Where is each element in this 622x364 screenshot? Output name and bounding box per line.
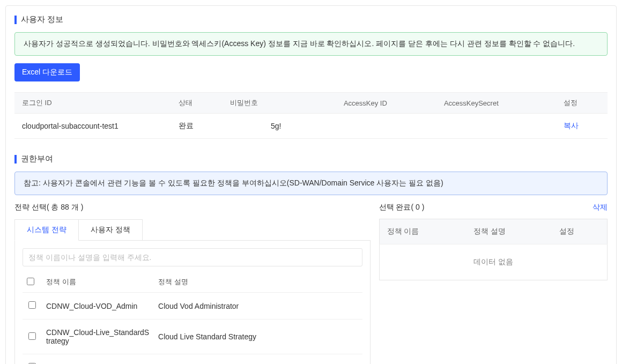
cell-status: 완료 xyxy=(171,114,223,139)
policy-table: 정책 이름 정책 설명 CDNW_Cloud-VOD_Admin xyxy=(23,272,362,364)
policy-box: 정책 이름 정책 설명 CDNW_Cloud-VOD_Admin xyxy=(14,240,371,364)
table-header-row: 정책 이름 정책 설명 xyxy=(23,272,362,293)
tab-user-policy[interactable]: 사용자 정책 xyxy=(79,219,143,241)
cell-login-id: cloudportal-subaccount-test1 xyxy=(14,114,171,139)
col-selected-desc: 정책 설명 xyxy=(466,219,552,244)
table-row: CDNW_Cloud-Live_StandardStrategy Cloud L… xyxy=(23,320,362,354)
section-title-user-info: 사용자 정보 xyxy=(14,14,608,25)
policy-select-panel: 전략 선택( 총 88 개 ) 시스템 전략 사용자 정책 xyxy=(14,203,371,364)
cell-checkbox xyxy=(23,320,42,354)
empty-message: 데이터 없음 xyxy=(379,244,607,280)
col-status: 상태 xyxy=(171,93,223,114)
selected-heading-row: 선택 완료( 0 ) 삭제 xyxy=(379,203,608,212)
col-login-id: 로그인 ID xyxy=(14,93,171,114)
cell-policy-desc: Administrator xyxy=(154,354,362,365)
selected-panel: 선택 완료( 0 ) 삭제 정책 이름 정책 설명 설정 데이터 없음 xyxy=(379,203,608,280)
table-row: cloudportal-subaccount-test1 완료 5g! 복사 xyxy=(14,114,608,139)
success-alert: 사용자가 성공적으로 생성되었습니다. 비밀번호와 엑세스키(Access Ke… xyxy=(14,32,608,56)
grant-title: 권한부여 xyxy=(21,154,53,164)
info-alert-text: 참고: 사용자가 콘솔에서 관련 기능을 볼 수 있도록 필요한 정책을 부여하… xyxy=(24,179,443,187)
cell-policy-desc: Cloud Vod Administrator xyxy=(154,293,362,320)
user-info-table: 로그인 ID 상태 비밀번호 AccessKey ID AccessKeySec… xyxy=(14,92,608,139)
cell-accesskey-id xyxy=(336,114,436,139)
row-checkbox[interactable] xyxy=(28,301,36,309)
section-title-grant: 권한부여 xyxy=(14,154,608,164)
tab-system-policy-label: 시스템 전략 xyxy=(27,225,66,234)
cell-policy-name: CDNW_Cloud-Live_StandardStrategy xyxy=(42,320,154,354)
table-row: CDNW_Cloud-VOD_Admin Cloud Vod Administr… xyxy=(23,293,362,320)
copy-link[interactable]: 복사 xyxy=(564,121,579,130)
cell-policy-name: CDNW_Cloud-VOD_Admin xyxy=(42,293,154,320)
cell-policy-desc: Cloud Live Standard Strategy xyxy=(154,320,362,354)
policy-select-heading: 전략 선택( 총 88 개 ) xyxy=(14,203,371,212)
tab-user-policy-label: 사용자 정책 xyxy=(91,225,130,234)
col-policy-name: 정책 이름 xyxy=(42,272,154,293)
excel-download-label: Excel 다운로드 xyxy=(22,68,72,76)
cell-accesskey-secret xyxy=(436,114,556,139)
col-action: 설정 xyxy=(556,93,608,114)
delete-link[interactable]: 삭제 xyxy=(593,203,608,212)
col-selected-name: 정책 이름 xyxy=(379,219,466,244)
table-row-empty: 데이터 없음 xyxy=(379,244,607,280)
row-checkbox[interactable] xyxy=(28,332,36,340)
success-alert-text: 사용자가 성공적으로 생성되었습니다. 비밀번호와 엑세스키(Access Ke… xyxy=(24,39,575,48)
col-accesskey-secret: AccessKeySecret xyxy=(436,93,556,114)
cell-action: 복사 xyxy=(556,114,608,139)
select-all-checkbox[interactable] xyxy=(27,278,34,285)
col-policy-desc: 정책 설명 xyxy=(154,272,362,293)
selected-table: 정책 이름 정책 설명 설정 데이터 없음 xyxy=(379,219,608,280)
table-row: CDNW_Cloud-Live_Admin Administrator xyxy=(23,354,362,365)
tab-system-policy[interactable]: 시스템 전략 xyxy=(14,219,79,241)
cell-password: 5g! xyxy=(223,114,336,139)
main-card: 사용자 정보 사용자가 성공적으로 생성되었습니다. 비밀번호와 엑세스키(Ac… xyxy=(5,5,617,364)
excel-download-button[interactable]: Excel 다운로드 xyxy=(14,63,80,81)
cell-policy-name: CDNW_Cloud-Live_Admin xyxy=(42,354,154,365)
table-header-row: 정책 이름 정책 설명 설정 xyxy=(379,219,607,244)
cell-checkbox xyxy=(23,354,42,365)
info-alert: 참고: 사용자가 콘솔에서 관련 기능을 볼 수 있도록 필요한 정책을 부여하… xyxy=(14,172,608,195)
col-accesskey-id: AccessKey ID xyxy=(336,93,436,114)
col-checkbox xyxy=(23,272,42,293)
policy-grant-row: 전략 선택( 총 88 개 ) 시스템 전략 사용자 정책 xyxy=(14,203,608,364)
cell-checkbox xyxy=(23,293,42,320)
selected-heading: 선택 완료( 0 ) xyxy=(379,203,425,212)
policy-search-input[interactable] xyxy=(23,248,362,266)
policy-table-scroll[interactable]: 정책 이름 정책 설명 CDNW_Cloud-VOD_Admin xyxy=(23,272,362,364)
col-selected-action: 설정 xyxy=(552,219,607,244)
table-header-row: 로그인 ID 상태 비밀번호 AccessKey ID AccessKeySec… xyxy=(14,93,608,114)
policy-tabs: 시스템 전략 사용자 정책 xyxy=(14,219,371,240)
col-password: 비밀번호 xyxy=(223,93,336,114)
user-info-title: 사용자 정보 xyxy=(21,14,63,25)
